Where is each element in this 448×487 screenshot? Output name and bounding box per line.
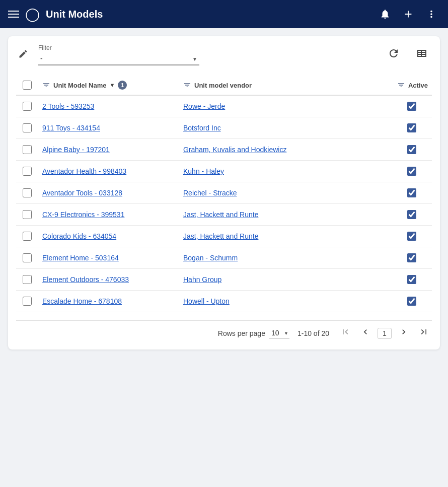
table-row: 2 Tools - 593253 Rowe - Jerde [16,95,432,117]
unit-model-name-link[interactable]: Aventador Health - 998403 [42,167,126,175]
last-page-button[interactable] [416,325,432,341]
header-checkbox-cell [16,76,38,95]
active-checkbox[interactable] [407,297,416,306]
row-active-cell [392,117,432,139]
row-active-cell [392,139,432,161]
notification-button[interactable] [377,6,394,23]
unit-model-name-link[interactable]: Colorado Kids - 634054 [42,232,116,240]
sort-arrow: ▼ [109,82,115,88]
header-active: Active [392,76,432,95]
hamburger-icon[interactable] [8,11,19,18]
active-checkbox[interactable] [407,210,416,219]
pagination-info: 1-10 of 20 [297,329,329,337]
row-checkbox[interactable] [23,188,32,197]
row-checkbox[interactable] [23,297,32,306]
row-checkbox[interactable] [23,210,32,219]
row-checkbox[interactable] [23,232,32,241]
main-panel: Filter - ▼ [8,36,440,350]
row-vendor-cell: Hahn Group [179,269,392,291]
row-vendor-cell: Jast, Hackett and Runte [179,204,392,226]
rows-per-page-select[interactable]: 10 5 25 50 [269,328,289,338]
prev-page-button[interactable] [357,325,374,341]
edit-icon [18,49,28,59]
edit-filter-button[interactable] [16,47,30,63]
active-checkbox[interactable] [407,253,416,262]
current-page-number: 1 [378,328,392,339]
row-checkbox[interactable] [23,123,32,132]
row-active-cell [392,269,432,291]
row-name-cell: Aventador Tools - 033128 [38,182,179,204]
unit-model-name-link[interactable]: Aventador Tools - 033128 [42,189,122,197]
next-page-button[interactable] [396,325,412,341]
vendor-filter-icon[interactable] [183,81,191,89]
active-checkbox[interactable] [407,123,416,132]
vendor-name-link[interactable]: Rowe - Jerde [183,102,225,110]
vendor-name-link[interactable]: Hahn Group [183,275,221,284]
vendor-name-link[interactable]: Jast, Hackett and Runte [183,211,258,219]
vendor-name-link[interactable]: Graham, Kuvalis and Hodkiewicz [183,146,286,154]
unit-model-name-link[interactable]: Element Home - 503164 [42,254,119,262]
table-row: CX-9 Electronics - 399531 Jast, Hackett … [16,204,432,226]
header-vendor: Unit model vendor [179,76,392,95]
row-checkbox[interactable] [23,167,32,176]
app-logo-icon: ◯ [25,7,40,22]
table-row: Element Outdoors - 476033 Hahn Group [16,269,432,291]
active-checkbox[interactable] [407,167,416,176]
more-button[interactable] [423,6,440,23]
table-row: Colorado Kids - 634054 Jast, Hackett and… [16,226,432,247]
row-vendor-cell: Howell - Upton [179,291,392,312]
row-active-cell [392,95,432,117]
row-name-cell: Escalade Home - 678108 [38,291,179,312]
table-header: Unit Model Name ▼ 1 Unit model vendor [16,76,432,95]
columns-button[interactable] [412,45,432,64]
row-name-cell: Aventador Health - 998403 [38,161,179,182]
active-checkbox[interactable] [407,232,416,241]
vendor-name-link[interactable]: Kuhn - Haley [183,167,224,175]
row-checkbox-cell [16,291,38,312]
refresh-button[interactable] [384,45,404,64]
row-name-cell: 911 Toys - 434154 [38,117,179,139]
unit-model-name-link[interactable]: CX-9 Electronics - 399531 [42,211,124,219]
vendor-name-link[interactable]: Howell - Upton [183,297,230,305]
unit-model-name-link[interactable]: 911 Toys - 434154 [42,124,100,132]
active-checkbox[interactable] [407,188,416,197]
columns-icon [416,47,428,59]
vendor-name-link[interactable]: Jast, Hackett and Runte [183,232,258,240]
row-active-cell [392,247,432,269]
active-checkbox[interactable] [407,145,416,154]
active-checkbox[interactable] [407,275,416,284]
row-vendor-cell: Kuhn - Haley [179,161,392,182]
unit-models-table: Unit Model Name ▼ 1 Unit model vendor [16,76,432,312]
vendor-name-link[interactable]: Reichel - Stracke [183,189,237,197]
row-checkbox-cell [16,182,38,204]
unit-model-name-link[interactable]: Escalade Home - 678108 [42,297,122,305]
add-button[interactable] [400,6,417,23]
header-active-label: Active [408,82,428,89]
filter-label: Filter [38,44,199,51]
row-checkbox[interactable] [23,275,32,284]
first-page-button[interactable] [337,325,353,341]
pagination-row: Rows per page 10 5 25 50 ▼ 1-10 of 20 1 [16,320,432,341]
row-active-cell [392,182,432,204]
row-checkbox-cell [16,95,38,117]
vendor-name-link[interactable]: Bogan - Schumm [183,254,238,262]
filter-select[interactable]: - [38,52,199,65]
row-checkbox[interactable] [23,102,32,111]
unit-model-name-link[interactable]: Element Outdoors - 476033 [42,275,129,284]
row-checkbox[interactable] [23,253,32,262]
select-all-checkbox[interactable] [23,81,32,90]
row-vendor-cell: Rowe - Jerde [179,95,392,117]
row-name-cell: Element Outdoors - 476033 [38,269,179,291]
unit-model-name-link[interactable]: Alpine Baby - 197201 [42,146,110,154]
unit-model-name-link[interactable]: 2 Tools - 593253 [42,102,94,110]
last-page-icon [419,327,429,337]
active-filter-icon[interactable] [397,81,405,89]
name-filter-icon[interactable] [42,81,50,89]
row-vendor-cell: Botsford Inc [179,117,392,139]
row-checkbox[interactable] [23,145,32,154]
row-active-cell [392,161,432,182]
active-checkbox[interactable] [407,102,416,111]
vendor-name-link[interactable]: Botsford Inc [183,124,221,132]
row-checkbox-cell [16,204,38,226]
table-body: 2 Tools - 593253 Rowe - Jerde 911 Toys -… [16,95,432,312]
